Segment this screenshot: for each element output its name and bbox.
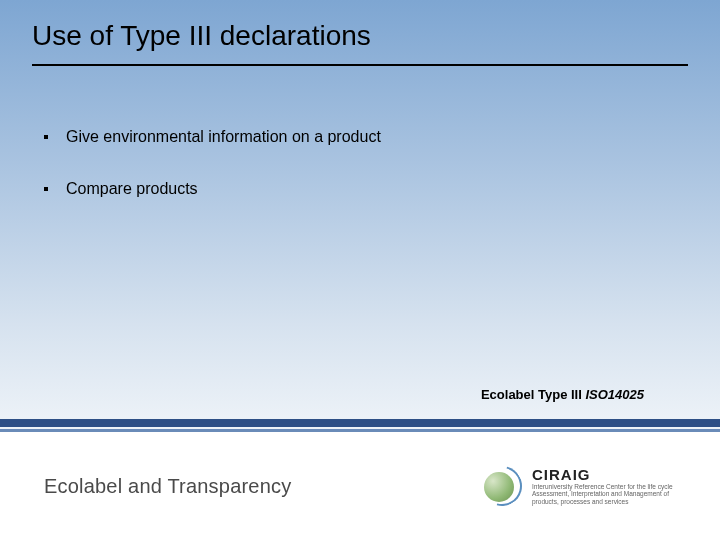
- bullet-dot-icon: [44, 187, 48, 191]
- slide-content: Give environmental information on a prod…: [44, 128, 676, 232]
- logo-text: CIRAIG Interuniversity Reference Center …: [532, 467, 692, 505]
- bullet-text: Give environmental information on a prod…: [66, 128, 381, 146]
- footer-divider: [0, 419, 720, 432]
- slide-footer: Ecolabel and Transparency CIRAIG Interun…: [0, 432, 720, 540]
- slide: Use of Type III declarations Give enviro…: [0, 0, 720, 540]
- globe-icon: [482, 466, 522, 506]
- bullet-dot-icon: [44, 135, 48, 139]
- slide-title: Use of Type III declarations: [32, 20, 688, 66]
- ref-iso: ISO14025: [585, 387, 644, 402]
- bullet-text: Compare products: [66, 180, 198, 198]
- bottom-reference-label: Ecolabel Type III ISO14025: [481, 387, 644, 402]
- footer-title: Ecolabel and Transparency: [44, 475, 291, 498]
- logo-name: CIRAIG: [532, 467, 692, 483]
- footer-logo-block: CIRAIG Interuniversity Reference Center …: [482, 466, 692, 506]
- bullet-item: Compare products: [44, 180, 676, 198]
- divider-bar-primary: [0, 419, 720, 427]
- ref-prefix: Ecolabel Type III: [481, 387, 586, 402]
- bullet-item: Give environmental information on a prod…: [44, 128, 676, 146]
- logo-tagline: Interuniversity Reference Center for the…: [532, 483, 692, 505]
